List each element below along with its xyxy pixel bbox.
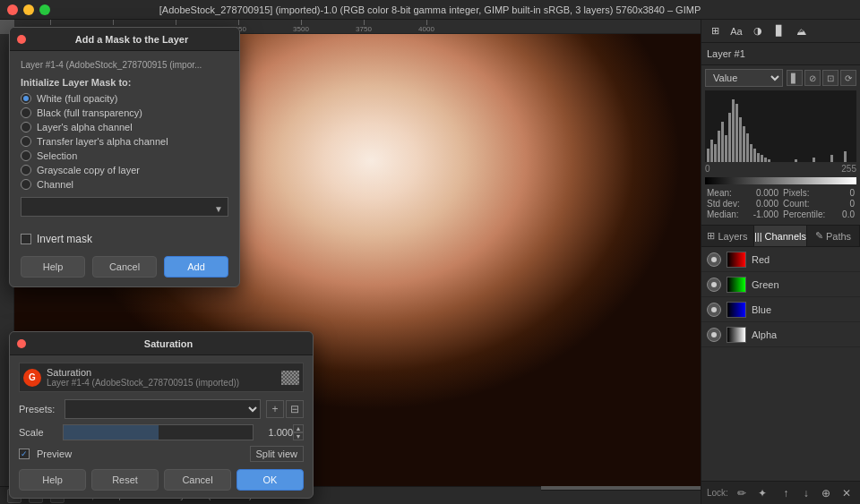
delete-channel-button[interactable]: ✕ [838, 484, 855, 502]
radio-layer-alpha[interactable]: Layer's alpha channel [21, 122, 228, 132]
add-preset-button[interactable]: + [266, 400, 284, 418]
radio-channel-label: Channel [37, 179, 73, 190]
saturation-dialog-close[interactable] [17, 339, 26, 348]
histogram-image-icon[interactable]: ⊡ [822, 70, 838, 86]
invert-mask-checkbox[interactable] [21, 234, 31, 244]
median-val: -1.000 [753, 209, 778, 219]
close-button[interactable] [7, 4, 18, 15]
mean-val: 0.000 [756, 188, 778, 198]
hist-bar [757, 153, 760, 162]
radio-black-btn[interactable] [21, 107, 31, 118]
radio-black[interactable]: Black (full transparency) [21, 107, 228, 118]
histogram-log-icon[interactable]: ⊘ [804, 70, 821, 86]
mask-add-button[interactable]: Add [164, 256, 228, 278]
radio-channel[interactable]: Channel [21, 179, 228, 190]
channel-item-red[interactable]: Red [701, 247, 860, 272]
histogram-gradient-slider[interactable] [705, 177, 856, 184]
sat-cancel-button[interactable]: Cancel [164, 469, 231, 491]
mask-cancel-button[interactable]: Cancel [92, 256, 157, 278]
text-icon-btn[interactable]: Aa [727, 22, 746, 40]
title-bar-controls [7, 4, 50, 15]
visibility-toggle-green[interactable] [707, 278, 721, 292]
radio-channel-btn[interactable] [21, 179, 31, 190]
radio-selection-btn[interactable] [21, 150, 31, 161]
manage-presets-button[interactable]: ⊟ [286, 400, 304, 418]
hist-bar [743, 126, 745, 162]
stat-stddev: Std dev: 0.000 [705, 199, 780, 209]
scale-decrement-button[interactable]: ▼ [293, 432, 304, 440]
add-channel-button[interactable]: ⊕ [818, 484, 835, 502]
ruler-tick-label: 4000 [418, 25, 434, 33]
stat-mean: Mean: 0.000 [705, 188, 780, 198]
hist-bar [714, 144, 717, 162]
histogram-linear-icon[interactable]: ▋ [787, 70, 803, 86]
layers-icon-btn[interactable]: ⊞ [705, 22, 725, 40]
visibility-toggle-red[interactable] [707, 252, 721, 267]
channel-thumbnail-green [727, 277, 746, 293]
saturation-dialog-body: G Saturation Layer #1-4 (AdobeStock_2787… [10, 355, 313, 498]
sat-reset-button[interactable]: Reset [91, 469, 159, 491]
scale-slider[interactable] [63, 424, 254, 440]
radio-grayscale-btn[interactable] [21, 165, 31, 175]
mask-help-button[interactable]: Help [21, 256, 85, 278]
presets-select[interactable] [64, 399, 261, 419]
presets-row: Presets: + ⊟ [19, 399, 304, 419]
radio-layer-alpha-btn[interactable] [21, 122, 31, 132]
move-down-button[interactable]: ↓ [797, 484, 814, 502]
minimize-button[interactable] [23, 4, 34, 15]
lock-label: Lock: [707, 488, 728, 498]
split-view-button[interactable]: Split view [250, 446, 304, 462]
histogram-refresh-icon[interactable]: ⟳ [840, 70, 856, 86]
histogram-range: 0 255 [705, 162, 856, 175]
tab-paths[interactable]: ✎ Paths [807, 226, 860, 246]
mask-dialog-titlebar: Add a Mask to the Layer [10, 28, 239, 51]
radio-transfer-alpha-btn[interactable] [21, 136, 31, 147]
radio-transfer-alpha-label: Transfer layer's alpha channel [37, 136, 168, 147]
channel-item-green[interactable]: Green [701, 272, 860, 297]
channel-item-blue[interactable]: Blue [701, 297, 860, 322]
mask-dialog-close[interactable] [17, 35, 26, 44]
preview-checkbox[interactable]: ✓ [19, 448, 30, 459]
paths-icon: ✎ [815, 230, 823, 242]
histogram-channel-select[interactable]: Value [705, 69, 783, 87]
eye-inner-green [711, 282, 717, 287]
maximize-button[interactable] [39, 4, 50, 15]
scale-value: 1.000 [257, 427, 293, 438]
visibility-toggle-blue[interactable] [707, 303, 721, 317]
right-panel: ⊞ Aa ◑ ▊ ⛰ Layer #1 Value ▋ ⊘ ⊡ ⟳ [701, 20, 860, 504]
radio-selection[interactable]: Selection [21, 150, 228, 161]
hist-bar [718, 131, 720, 162]
hist-bar [728, 113, 731, 162]
hist-bar [768, 159, 770, 162]
invert-mask-row[interactable]: Invert mask [21, 233, 228, 245]
sat-ok-button[interactable]: OK [236, 469, 304, 491]
tab-layers[interactable]: ⊞ Layers [701, 226, 754, 246]
lock-paint-button[interactable]: ✏ [734, 484, 751, 502]
radio-transfer-alpha[interactable]: Transfer layer's alpha channel [21, 136, 228, 147]
mask-dialog-layer-info: Layer #1-4 (AdobeStock_278700915 (impor.… [21, 60, 228, 70]
visibility-toggle-alpha[interactable] [707, 328, 721, 342]
tab-channels-label: Channels [765, 231, 806, 242]
radio-white-btn[interactable] [21, 93, 31, 104]
lock-position-button[interactable]: ✦ [753, 484, 770, 502]
presets-actions: + ⊟ [266, 400, 304, 418]
radio-white[interactable]: White (full opacity) [21, 93, 228, 104]
tab-channels[interactable]: ||| Channels [754, 226, 807, 246]
hist-bar [813, 158, 815, 162]
curves-icon-btn[interactable]: ⛰ [791, 22, 811, 40]
colors-icon-btn[interactable]: ◑ [748, 22, 768, 40]
scale-increment-button[interactable]: ▲ [293, 424, 304, 432]
stddev-label: Std dev: [707, 199, 740, 209]
channel-dropdown[interactable] [21, 197, 228, 217]
add-mask-dialog: Add a Mask to the Layer Layer #1-4 (Adob… [9, 27, 240, 287]
move-up-button[interactable]: ↑ [778, 484, 795, 502]
radio-grayscale[interactable]: Grayscale copy of layer [21, 165, 228, 175]
channel-thumbnail-alpha [727, 327, 746, 343]
count-label: Count: [783, 199, 809, 209]
histogram-icon-btn[interactable]: ▊ [770, 22, 789, 40]
channel-name-red: Red [752, 254, 855, 265]
channel-item-alpha[interactable]: Alpha [701, 322, 860, 347]
panel-tabs: ⊞ Layers ||| Channels ✎ Paths [701, 226, 860, 247]
sat-help-button[interactable]: Help [19, 469, 86, 491]
saturation-layer-info: G Saturation Layer #1-4 (AdobeStock_2787… [19, 363, 304, 392]
